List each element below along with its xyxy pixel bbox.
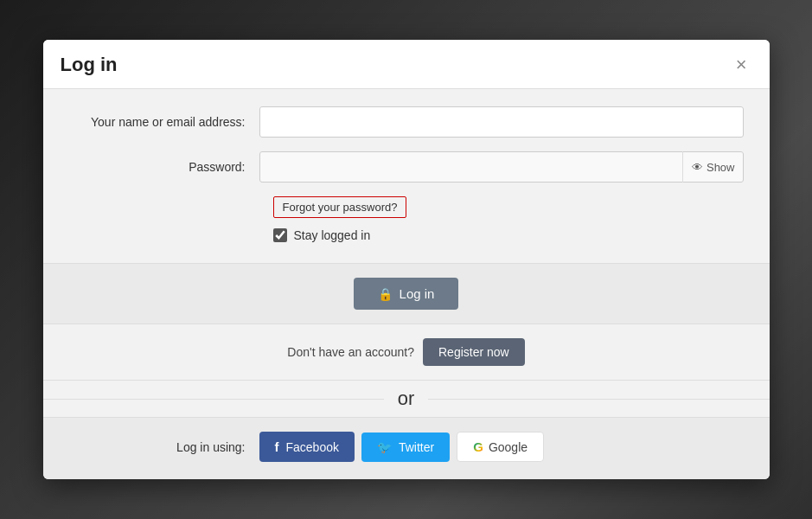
forgot-password-row: Forgot your password? <box>273 196 744 218</box>
close-button[interactable]: × <box>731 54 752 76</box>
google-label: Google <box>489 440 527 454</box>
show-label: Show <box>707 161 735 174</box>
eye-icon: 👁 <box>692 161 703 174</box>
register-section: Don't have an account? Register now <box>43 324 770 381</box>
social-label: Log in using: <box>69 440 259 454</box>
twitter-label: Twitter <box>399 440 434 454</box>
forgot-password-link[interactable]: Forgot your password? <box>273 196 407 218</box>
lock-icon: 🔒 <box>378 287 393 301</box>
login-button-label: Log in <box>400 286 435 301</box>
name-label: Your name or email address: <box>69 115 259 129</box>
twitter-login-button[interactable]: 🐦 Twitter <box>361 432 450 462</box>
social-login-section: Log in using: f Facebook 🐦 Twitter G Goo… <box>43 417 770 479</box>
password-row: Password: 👁 Show <box>69 151 744 183</box>
register-prompt: Don't have an account? <box>287 345 414 359</box>
modal-body: Your name or email address: Password: 👁 … <box>43 89 770 263</box>
google-login-button[interactable]: G Google <box>457 432 544 462</box>
password-label: Password: <box>69 160 259 174</box>
password-input[interactable] <box>259 151 744 183</box>
show-password-button[interactable]: 👁 Show <box>682 151 744 183</box>
login-button-section: 🔒 Log in <box>43 263 770 324</box>
register-button[interactable]: Register now <box>423 338 525 366</box>
google-icon: G <box>473 439 483 454</box>
login-modal: Log in × Your name or email address: Pas… <box>43 40 770 479</box>
or-divider: or <box>43 381 770 417</box>
facebook-label: Facebook <box>286 440 339 454</box>
name-row: Your name or email address: <box>69 106 744 138</box>
or-text: or <box>384 388 429 410</box>
facebook-icon: f <box>275 439 279 454</box>
twitter-icon: 🐦 <box>377 440 392 454</box>
login-button[interactable]: 🔒 Log in <box>354 278 459 310</box>
modal-header: Log in × <box>43 40 770 89</box>
password-wrapper: 👁 Show <box>259 151 744 183</box>
email-input[interactable] <box>259 106 744 138</box>
modal-title: Log in <box>61 54 118 76</box>
facebook-login-button[interactable]: f Facebook <box>259 432 355 462</box>
stay-logged-row: Stay logged in <box>273 228 744 242</box>
stay-logged-label: Stay logged in <box>294 228 371 242</box>
social-buttons: f Facebook 🐦 Twitter G Google <box>259 432 545 462</box>
stay-logged-checkbox[interactable] <box>273 228 287 242</box>
